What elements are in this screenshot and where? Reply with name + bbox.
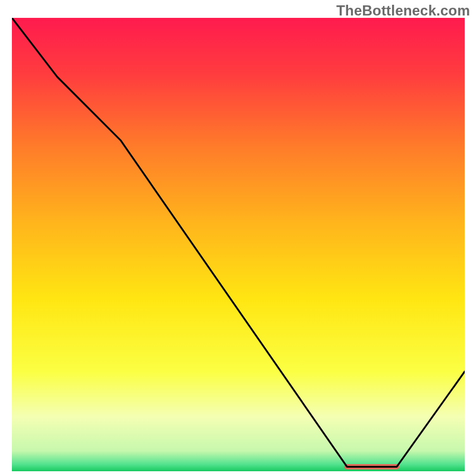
chart-svg bbox=[12, 18, 465, 471]
plot-area bbox=[12, 18, 465, 471]
watermark-text: TheBottleneck.com bbox=[336, 2, 470, 19]
chart-frame: TheBottleneck.com bbox=[0, 0, 476, 476]
gradient-background bbox=[12, 18, 465, 471]
